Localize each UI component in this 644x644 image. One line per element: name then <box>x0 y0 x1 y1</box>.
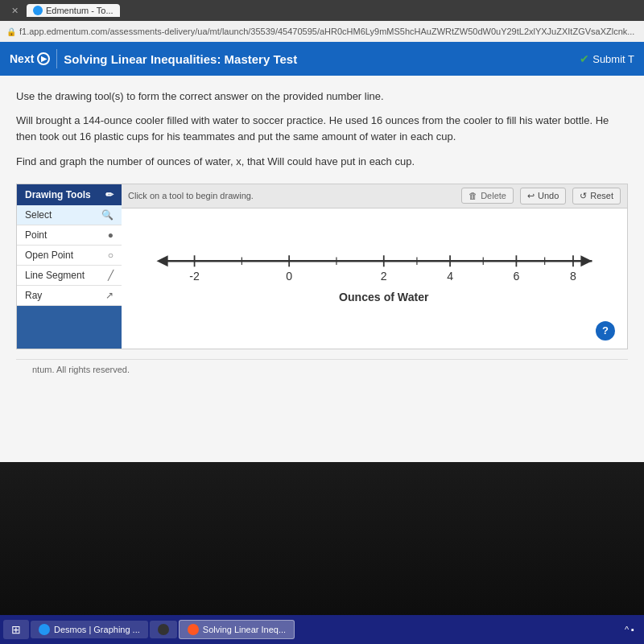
number-line-svg: -2 0 2 4 6 8 <box>138 233 611 308</box>
tool-select[interactable]: Select 🔍 <box>17 205 122 225</box>
files-favicon <box>158 624 169 635</box>
tool-ray-icon: ↗ <box>105 290 114 301</box>
delete-icon: 🗑 <box>469 191 477 200</box>
desmos-favicon <box>39 624 50 635</box>
next-icon: ▶ <box>37 52 50 65</box>
taskbar-right: ^ ▪ <box>618 625 641 634</box>
tool-select-icon: 🔍 <box>101 209 114 221</box>
canvas-area: Click on a tool to begin drawing. 🗑 Dele… <box>122 184 627 349</box>
tab-close-button[interactable]: ✕ <box>6 4 23 18</box>
delete-button[interactable]: 🗑 Delete <box>461 188 514 204</box>
taskbar-desmos[interactable]: Desmos | Graphing ... <box>31 621 148 638</box>
svg-text:6: 6 <box>513 270 519 283</box>
help-button[interactable]: ? <box>596 321 615 341</box>
svg-marker-2 <box>580 255 592 266</box>
tool-open-point[interactable]: Open Point ○ <box>17 246 122 266</box>
taskbar-solving[interactable]: Solving Linear Ineq... <box>179 620 295 639</box>
browser-chrome: ✕ Edmentum - To... 🔒 f1.app.edmentum.com… <box>0 0 644 42</box>
tool-point-label: Point <box>25 229 47 241</box>
tab-bar: ✕ Edmentum - To... <box>0 0 644 21</box>
undo-button[interactable]: ↩ Undo <box>520 188 566 204</box>
footer: ntum. All rights reserved. <box>16 359 628 379</box>
copyright-text: ntum. All rights reserved. <box>32 365 130 374</box>
canvas-hint: Click on a tool to begin drawing. <box>128 191 455 200</box>
reset-icon: ↺ <box>580 191 587 201</box>
next-button[interactable]: Next ▶ <box>10 52 50 65</box>
page-title: Solving Linear Inequalities: Mastery Tes… <box>64 52 297 66</box>
tools-header-label: Drawing Tools <box>25 189 91 200</box>
header-left: Next ▶ Solving Linear Inequalities: Mast… <box>10 49 297 68</box>
tool-point[interactable]: Point ● <box>17 225 122 246</box>
solving-favicon <box>188 624 199 635</box>
tab-label: Edmentum - To... <box>46 6 114 15</box>
tool-point-icon: ● <box>108 229 114 241</box>
tab-favicon <box>33 6 43 15</box>
number-line-container[interactable]: -2 0 2 4 6 8 <box>122 208 627 349</box>
address-bar[interactable]: 🔒 f1.app.edmentum.com/assessments-delive… <box>0 21 644 42</box>
svg-text:0: 0 <box>286 270 292 283</box>
drawing-area: Drawing Tools ✏ Select 🔍 Point ● Open Po… <box>16 184 628 349</box>
lock-icon: 🔒 <box>6 27 16 36</box>
tool-line-segment-icon: ╱ <box>108 270 114 281</box>
pencil-icon: ✏ <box>105 189 114 200</box>
tool-line-segment[interactable]: Line Segment ╱ <box>17 266 122 286</box>
url-text: f1.app.edmentum.com/assessments-delivery… <box>19 27 634 36</box>
find-text: Find and graph the number of ounces of w… <box>16 154 628 171</box>
svg-text:4: 4 <box>447 270 453 283</box>
reset-label: Reset <box>590 191 613 200</box>
tool-open-point-label: Open Point <box>25 250 73 261</box>
app-header: Next ▶ Solving Linear Inequalities: Mast… <box>0 42 644 76</box>
taskbar-start[interactable]: ⊞ <box>3 620 29 639</box>
submit-check-icon: ✔ <box>580 52 589 65</box>
tool-select-label: Select <box>25 209 52 221</box>
active-tab[interactable]: Edmentum - To... <box>27 4 120 17</box>
canvas-toolbar: Click on a tool to begin drawing. 🗑 Dele… <box>122 184 627 208</box>
header-divider <box>56 49 57 68</box>
submit-button[interactable]: ✔ Submit T <box>580 52 634 65</box>
dark-bottom <box>0 462 644 623</box>
taskbar-desmos-label: Desmos | Graphing ... <box>54 625 140 634</box>
delete-label: Delete <box>481 191 506 200</box>
tool-line-segment-label: Line Segment <box>25 270 85 281</box>
taskbar-files[interactable] <box>150 621 177 638</box>
svg-text:Ounces of Water: Ounces of Water <box>339 291 429 303</box>
taskbar: ⊞ Desmos | Graphing ... Solving Linear I… <box>0 615 644 644</box>
question-text: Will brought a 144-ounce cooler filled w… <box>16 113 628 147</box>
taskbar-solving-label: Solving Linear Ineq... <box>203 625 286 634</box>
undo-icon: ↩ <box>527 191 535 201</box>
tool-open-point-icon: ○ <box>108 250 114 261</box>
main-content: Use the drawing tool(s) to form the corr… <box>0 76 644 462</box>
submit-label: Submit T <box>592 53 634 65</box>
taskbar-start-icon: ⊞ <box>11 623 21 636</box>
tool-ray-label: Ray <box>25 290 42 301</box>
reset-button[interactable]: ↺ Reset <box>572 188 621 204</box>
tools-header: Drawing Tools ✏ <box>17 184 122 205</box>
svg-text:-2: -2 <box>189 270 200 283</box>
next-label: Next <box>10 52 34 65</box>
tools-panel: Drawing Tools ✏ Select 🔍 Point ● Open Po… <box>17 184 122 349</box>
undo-label: Undo <box>538 191 559 200</box>
svg-text:8: 8 <box>570 270 576 283</box>
instruction-text: Use the drawing tool(s) to form the corr… <box>16 89 628 105</box>
svg-text:2: 2 <box>381 270 387 283</box>
tool-ray[interactable]: Ray ↗ <box>17 286 122 306</box>
